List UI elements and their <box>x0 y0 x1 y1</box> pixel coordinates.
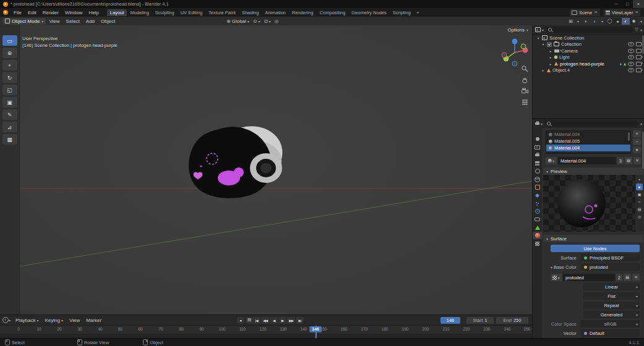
preview-sphere-button[interactable]: ● <box>636 184 643 190</box>
preview-shaderball-button[interactable]: ◎ <box>636 213 643 220</box>
menu-select[interactable]: Select <box>63 19 83 24</box>
shading-wireframe-button[interactable]: ◯ <box>606 18 614 25</box>
extension-dropdown[interactable]: Repeat ▾ <box>583 302 640 309</box>
scene-unlink-icon[interactable]: ✕ <box>594 10 597 15</box>
disable-in-renders-icon[interactable] <box>636 68 642 72</box>
outliner-row-collection[interactable]: ▾ Collection <box>533 41 644 48</box>
auto-keying-toggle[interactable]: ● <box>237 317 244 324</box>
surface-shader-field[interactable]: Principled BSDF <box>581 254 640 261</box>
prev-keyframe-button[interactable]: ◀◀ <box>261 317 269 324</box>
interpolation-dropdown[interactable]: Linear ▾ <box>583 283 640 290</box>
selectability-dropdown[interactable]: ⊞ <box>567 18 575 25</box>
material-slot-selected[interactable]: Material.004 <box>546 145 630 151</box>
options-dropdown[interactable]: Options ▾ <box>507 27 528 33</box>
protogen-head-model[interactable] <box>189 119 289 198</box>
next-keyframe-button[interactable]: ▶▶ <box>287 317 295 324</box>
tab-texture-paint[interactable]: Texture Paint <box>205 9 239 16</box>
mode-dropdown[interactable]: Object Mode ▾ <box>2 18 46 25</box>
preview-cloth-button[interactable]: ▤ <box>636 206 643 213</box>
current-frame-field[interactable]: 146 <box>440 317 460 324</box>
gizmo-neg-y-axis[interactable] <box>521 44 526 49</box>
frame-start-field[interactable]: Start 1 <box>466 317 494 324</box>
disable-in-renders-icon[interactable] <box>636 62 642 66</box>
properties-search-input[interactable] <box>544 120 638 127</box>
tab-render[interactable] <box>533 143 542 151</box>
close-button[interactable]: ✕ <box>633 0 644 8</box>
tab-scene[interactable] <box>533 167 542 175</box>
timeline-editor-icon[interactable] <box>2 317 9 323</box>
tab-geometry-nodes[interactable]: Geometry Nodes <box>348 9 390 16</box>
base-color-field[interactable]: protoded <box>581 263 640 271</box>
tab-modeling[interactable]: Modeling <box>127 9 152 16</box>
tool-measure[interactable]: ⊿ <box>2 122 17 132</box>
blender-menu-icon[interactable] <box>3 10 8 15</box>
tab-animation[interactable]: Animation <box>262 9 288 16</box>
tab-scripting[interactable]: Scripting <box>390 9 414 16</box>
editor-type-dropdown[interactable]: ▾ <box>535 122 543 126</box>
show-gizmo-toggle[interactable]: ◑ <box>582 18 589 25</box>
preview-cube-button[interactable]: ▣ <box>636 191 643 198</box>
collection-checkbox[interactable] <box>547 42 552 47</box>
tab-rendering[interactable]: Rendering <box>289 9 317 16</box>
viewport-3d[interactable]: User Perspective (146) Scene Collection … <box>20 25 532 314</box>
zoom-icon[interactable] <box>521 65 529 73</box>
vector-field[interactable]: Default <box>581 329 640 337</box>
preview-hair-button[interactable]: ≈ <box>636 198 643 205</box>
material-users-count[interactable]: 3 <box>617 157 624 164</box>
menu-add[interactable]: Add <box>83 19 98 24</box>
tab-texture[interactable] <box>533 240 542 247</box>
disable-in-renders-icon[interactable] <box>636 49 642 53</box>
tab-object-data[interactable] <box>533 224 542 231</box>
tab-material[interactable] <box>533 232 542 239</box>
pan-hand-icon[interactable] <box>521 76 529 84</box>
tab-modifiers[interactable] <box>533 192 542 199</box>
menu-view[interactable]: View <box>46 19 62 24</box>
tool-select-box[interactable]: ▭ <box>2 35 17 46</box>
use-nodes-button[interactable]: Use Nodes <box>551 245 640 252</box>
gizmo-neg-z-axis[interactable] <box>512 61 517 66</box>
gizmo-z-axis[interactable] <box>512 39 518 44</box>
unlink-image-button[interactable]: ✕ <box>632 274 640 281</box>
minimize-button[interactable]: ─ <box>611 0 622 8</box>
tool-move[interactable]: + <box>2 60 17 70</box>
preview-flat-button[interactable]: ▪ <box>636 176 643 183</box>
slot-list-scrollbar[interactable] <box>628 132 630 141</box>
image-users-count[interactable]: 2 <box>616 274 622 281</box>
gizmo-neg-x-axis[interactable] <box>502 53 507 57</box>
filter-icon[interactable]: ▽ <box>635 27 638 32</box>
jump-to-start-button[interactable]: |◀ <box>252 317 260 324</box>
tab-output[interactable] <box>533 151 542 159</box>
tab-tool[interactable] <box>533 135 542 143</box>
viewlayer-selector[interactable]: ViewLayer ✕ <box>603 9 641 17</box>
pivot-dropdown[interactable]: ⊙ ▾ <box>253 19 260 24</box>
orientation-dropdown[interactable]: ⊕ Global ▾ <box>226 19 249 24</box>
outliner-row-camera[interactable]: ▸ Camera <box>533 48 644 54</box>
outliner-row-scene-collection[interactable]: ▾ Scene Collection <box>533 35 644 41</box>
hide-in-viewport-icon[interactable] <box>628 49 634 53</box>
add-slot-button[interactable]: + <box>633 130 641 137</box>
menu-edit[interactable]: Edit <box>25 10 40 15</box>
image-name-field[interactable]: protoded <box>563 274 615 281</box>
tool-scale[interactable]: ◱ <box>2 85 17 95</box>
browse-image-button[interactable]: ▾ <box>551 274 562 281</box>
menu-file[interactable]: File <box>11 10 25 15</box>
camera-view-icon[interactable] <box>521 87 529 95</box>
projection-dropdown[interactable]: Flat ▾ <box>583 292 640 300</box>
remove-slot-button[interactable]: − <box>633 138 641 145</box>
menu-render[interactable]: Render <box>40 10 62 15</box>
editor-type-dropdown[interactable]: ▾ <box>535 27 544 32</box>
disable-in-renders-icon[interactable] <box>636 55 642 59</box>
tool-transform[interactable]: ▣ <box>2 97 17 108</box>
shading-solid-button[interactable]: ● <box>614 18 622 25</box>
tab-constraints[interactable] <box>533 216 542 223</box>
outliner-row-object4[interactable]: ▸ Object.4 <box>533 67 644 74</box>
tool-annotate[interactable]: ✎ <box>2 109 17 120</box>
timeline-ruler[interactable]: 0 10 20 30 40 50 60 70 80 90 100 110 120… <box>0 326 532 339</box>
slot-specials-dropdown[interactable]: ▾ <box>633 146 641 153</box>
tab-physics[interactable] <box>533 208 542 215</box>
playhead-frame-label[interactable]: 146 <box>309 326 322 332</box>
tab-layout[interactable]: Layout <box>107 9 127 16</box>
menu-object[interactable]: Object <box>98 19 118 24</box>
menu-view[interactable]: View <box>67 318 82 323</box>
source-dropdown[interactable]: Generated ▾ <box>583 311 640 318</box>
